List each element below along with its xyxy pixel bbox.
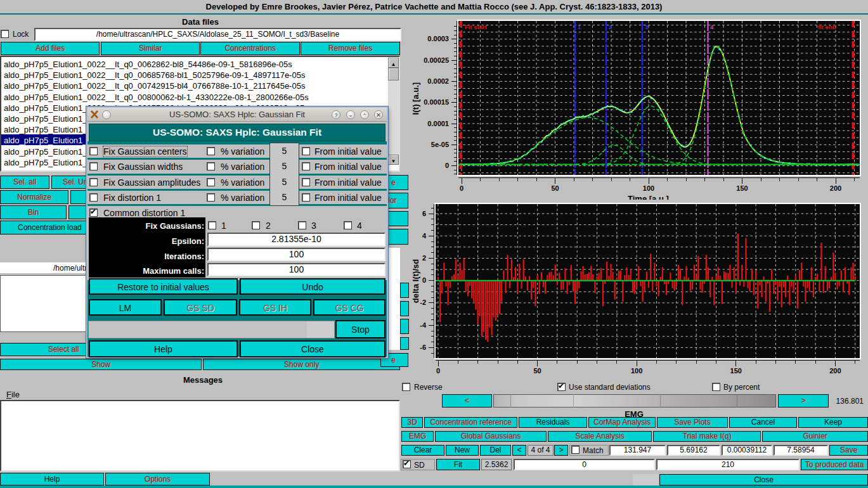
svg-text:2: 2 (609, 23, 612, 30)
svg-text:1: 1 (578, 23, 581, 30)
svg-text:3: 3 (645, 23, 648, 30)
svg-text:fit end: fit end (818, 23, 836, 30)
svg-text:4: 4 (710, 23, 714, 30)
svg-text:Fit start: Fit start (465, 23, 488, 30)
